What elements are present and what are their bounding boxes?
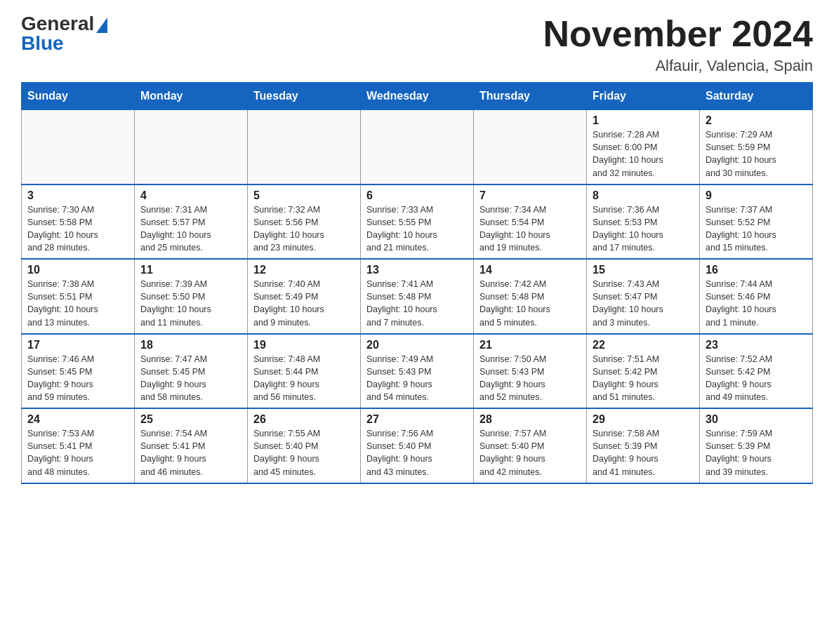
day-number: 1 [593,114,694,127]
day-number: 12 [253,264,355,276]
calendar-cell: 26Sunrise: 7:55 AM Sunset: 5:40 PM Dayli… [248,408,361,483]
calendar-cell: 19Sunrise: 7:48 AM Sunset: 5:44 PM Dayli… [248,334,361,409]
day-number: 27 [366,413,468,426]
day-info: Sunrise: 7:33 AM Sunset: 5:55 PM Dayligh… [366,203,468,255]
day-info: Sunrise: 7:32 AM Sunset: 5:56 PM Dayligh… [253,203,355,255]
calendar-cell: 25Sunrise: 7:54 AM Sunset: 5:41 PM Dayli… [135,408,248,483]
day-info: Sunrise: 7:42 AM Sunset: 5:48 PM Dayligh… [479,278,581,329]
title-area: November 2024 Alfauir, Valencia, Spain [543,14,813,75]
logo-general-text: General [21,14,94,34]
calendar-day-header: Saturday [700,83,813,110]
calendar-cell: 22Sunrise: 7:51 AM Sunset: 5:42 PM Dayli… [587,334,700,409]
day-info: Sunrise: 7:59 AM Sunset: 5:39 PM Dayligh… [706,427,807,478]
calendar-cell [248,110,361,185]
day-info: Sunrise: 7:49 AM Sunset: 5:43 PM Dayligh… [366,353,468,404]
day-number: 24 [27,413,128,426]
calendar-cell: 5Sunrise: 7:32 AM Sunset: 5:56 PM Daylig… [248,185,361,260]
day-number: 16 [706,264,807,276]
day-info: Sunrise: 7:40 AM Sunset: 5:49 PM Dayligh… [253,278,355,329]
logo: General Blue [21,14,107,53]
day-number: 29 [593,413,694,426]
calendar-day-header: Tuesday [248,83,361,110]
day-info: Sunrise: 7:56 AM Sunset: 5:40 PM Dayligh… [366,427,468,478]
day-number: 14 [479,264,581,276]
month-title: November 2024 [543,14,813,54]
calendar-cell: 28Sunrise: 7:57 AM Sunset: 5:40 PM Dayli… [474,408,587,483]
day-info: Sunrise: 7:58 AM Sunset: 5:39 PM Dayligh… [593,427,694,478]
page-header: General Blue November 2024 Alfauir, Vale… [21,14,813,75]
calendar-header-row: SundayMondayTuesdayWednesdayThursdayFrid… [22,83,813,110]
logo-triangle-icon [96,18,107,33]
day-info: Sunrise: 7:29 AM Sunset: 5:59 PM Dayligh… [706,128,807,180]
day-info: Sunrise: 7:34 AM Sunset: 5:54 PM Dayligh… [479,203,581,255]
calendar-cell: 2Sunrise: 7:29 AM Sunset: 5:59 PM Daylig… [700,110,813,185]
calendar-week-row: 1Sunrise: 7:28 AM Sunset: 6:00 PM Daylig… [22,110,813,185]
calendar-cell: 29Sunrise: 7:58 AM Sunset: 5:39 PM Dayli… [587,408,700,483]
day-info: Sunrise: 7:48 AM Sunset: 5:44 PM Dayligh… [253,353,355,404]
calendar-cell: 24Sunrise: 7:53 AM Sunset: 5:41 PM Dayli… [22,408,135,483]
day-number: 8 [593,189,694,202]
day-number: 19 [253,339,355,351]
day-number: 9 [706,189,807,202]
day-number: 25 [140,413,241,426]
day-number: 26 [253,413,355,426]
day-info: Sunrise: 7:31 AM Sunset: 5:57 PM Dayligh… [140,203,241,255]
calendar-cell: 9Sunrise: 7:37 AM Sunset: 5:52 PM Daylig… [700,185,813,260]
calendar-cell: 1Sunrise: 7:28 AM Sunset: 6:00 PM Daylig… [587,110,700,185]
calendar-cell: 7Sunrise: 7:34 AM Sunset: 5:54 PM Daylig… [474,185,587,260]
calendar-cell: 6Sunrise: 7:33 AM Sunset: 5:55 PM Daylig… [361,185,474,260]
calendar-cell: 16Sunrise: 7:44 AM Sunset: 5:46 PM Dayli… [700,259,813,334]
day-number: 20 [366,339,468,351]
calendar-day-header: Sunday [22,83,135,110]
calendar-day-header: Wednesday [361,83,474,110]
day-info: Sunrise: 7:37 AM Sunset: 5:52 PM Dayligh… [706,203,807,255]
day-number: 21 [479,339,581,351]
day-number: 2 [706,114,807,127]
day-info: Sunrise: 7:47 AM Sunset: 5:45 PM Dayligh… [140,353,241,404]
calendar-table: SundayMondayTuesdayWednesdayThursdayFrid… [21,82,813,484]
day-number: 22 [593,339,694,351]
calendar-cell: 13Sunrise: 7:41 AM Sunset: 5:48 PM Dayli… [361,259,474,334]
day-info: Sunrise: 7:30 AM Sunset: 5:58 PM Dayligh… [27,203,128,255]
day-info: Sunrise: 7:57 AM Sunset: 5:40 PM Dayligh… [479,427,581,478]
calendar-cell: 4Sunrise: 7:31 AM Sunset: 5:57 PM Daylig… [135,185,248,260]
day-number: 6 [366,189,468,202]
calendar-cell [22,110,135,185]
day-number: 5 [253,189,355,202]
calendar-week-row: 17Sunrise: 7:46 AM Sunset: 5:45 PM Dayli… [22,334,813,409]
day-info: Sunrise: 7:38 AM Sunset: 5:51 PM Dayligh… [27,278,128,329]
calendar-cell: 20Sunrise: 7:49 AM Sunset: 5:43 PM Dayli… [361,334,474,409]
calendar-cell: 3Sunrise: 7:30 AM Sunset: 5:58 PM Daylig… [22,185,135,260]
calendar-cell: 8Sunrise: 7:36 AM Sunset: 5:53 PM Daylig… [587,185,700,260]
calendar-cell: 10Sunrise: 7:38 AM Sunset: 5:51 PM Dayli… [22,259,135,334]
calendar-cell [135,110,248,185]
calendar-cell: 21Sunrise: 7:50 AM Sunset: 5:43 PM Dayli… [474,334,587,409]
day-number: 10 [27,264,128,276]
day-info: Sunrise: 7:55 AM Sunset: 5:40 PM Dayligh… [253,427,355,478]
day-info: Sunrise: 7:53 AM Sunset: 5:41 PM Dayligh… [27,427,128,478]
calendar-cell: 12Sunrise: 7:40 AM Sunset: 5:49 PM Dayli… [248,259,361,334]
day-number: 3 [27,189,128,202]
day-number: 17 [27,339,128,351]
day-number: 28 [479,413,581,426]
day-number: 11 [140,264,241,276]
day-info: Sunrise: 7:41 AM Sunset: 5:48 PM Dayligh… [366,278,468,329]
day-info: Sunrise: 7:50 AM Sunset: 5:43 PM Dayligh… [479,353,581,404]
day-info: Sunrise: 7:51 AM Sunset: 5:42 PM Dayligh… [593,353,694,404]
calendar-week-row: 24Sunrise: 7:53 AM Sunset: 5:41 PM Dayli… [22,408,813,483]
day-number: 15 [593,264,694,276]
calendar-day-header: Monday [135,83,248,110]
calendar-cell: 11Sunrise: 7:39 AM Sunset: 5:50 PM Dayli… [135,259,248,334]
day-number: 18 [140,339,241,351]
logo-blue-text: Blue [21,34,64,53]
day-info: Sunrise: 7:46 AM Sunset: 5:45 PM Dayligh… [27,353,128,404]
day-info: Sunrise: 7:52 AM Sunset: 5:42 PM Dayligh… [706,353,807,404]
day-info: Sunrise: 7:54 AM Sunset: 5:41 PM Dayligh… [140,427,241,478]
calendar-cell: 17Sunrise: 7:46 AM Sunset: 5:45 PM Dayli… [22,334,135,409]
calendar-cell: 14Sunrise: 7:42 AM Sunset: 5:48 PM Dayli… [474,259,587,334]
day-info: Sunrise: 7:36 AM Sunset: 5:53 PM Dayligh… [593,203,694,255]
calendar-day-header: Thursday [474,83,587,110]
day-number: 13 [366,264,468,276]
calendar-cell [474,110,587,185]
calendar-cell [361,110,474,185]
